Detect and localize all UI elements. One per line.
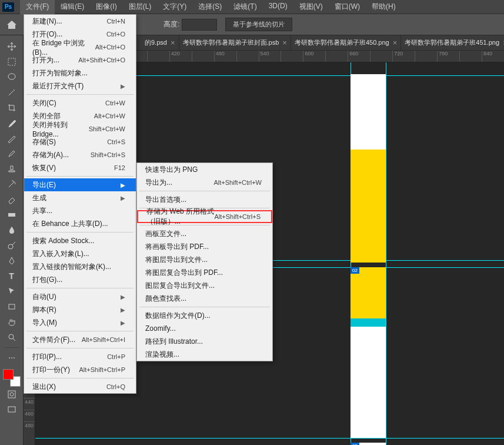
menu-shortcut: Alt+Shift+Ctrl+S — [214, 213, 261, 220]
chevron-right-icon: ▶ — [121, 182, 125, 188]
slice-from-guides-button[interactable]: 基于参考线的切片 — [225, 18, 292, 31]
menu-item[interactable]: 最近打开文件(T)▶ — [24, 79, 136, 92]
menu-item[interactable]: 置入嵌入对象(L)... — [24, 247, 136, 260]
menu-item[interactable]: 存储(S)Ctrl+S — [24, 135, 136, 148]
gradient-tool-icon[interactable] — [4, 208, 20, 222]
menu-item[interactable]: 将图层复合导出到 PDF... — [137, 266, 272, 279]
menu-item[interactable]: 打印(P)...Ctrl+P — [24, 350, 136, 363]
menu-item[interactable]: 存储为(A)...Shift+Ctrl+S — [24, 148, 136, 161]
blur-tool-icon[interactable] — [4, 223, 20, 237]
menubar: Ps 文件(F)编辑(E)图像(I)图层(L)文字(Y)选择(S)滤镜(T)3D… — [0, 0, 504, 14]
chevron-right-icon: ▶ — [121, 320, 125, 326]
edit-toolbar-icon[interactable]: ⋯ — [4, 351, 20, 365]
menu-item[interactable]: 退出(X)Ctrl+Q — [24, 380, 136, 393]
menu-窗口[interactable]: 窗口(W) — [329, 0, 366, 14]
lasso-tool-icon[interactable] — [4, 70, 20, 84]
menu-item-label: 导入(M) — [32, 318, 117, 328]
menu-item[interactable]: 自动(U)▶ — [24, 290, 136, 303]
zoom-tool-icon[interactable] — [4, 330, 20, 344]
menu-item[interactable]: 打开为智能对象... — [24, 67, 136, 79]
menu-item[interactable]: 导入(M)▶ — [24, 316, 136, 329]
menu-item-label: 恢复(V) — [32, 163, 114, 173]
home-icon[interactable] — [6, 19, 18, 31]
document-tab[interactable]: 的9.psd× — [141, 35, 179, 50]
menu-item-label: 最近打开文件(T) — [32, 81, 117, 91]
menu-图像[interactable]: 图像(I) — [90, 0, 122, 14]
dodge-tool-icon[interactable] — [4, 238, 20, 253]
menu-item[interactable]: 将画板导出到 PDF... — [137, 240, 272, 253]
menu-item[interactable]: 关闭并转到 Bridge...Shift+Ctrl+W — [24, 122, 136, 135]
rectangle-tool-icon[interactable] — [4, 300, 20, 314]
menu-滤镜[interactable]: 滤镜(T) — [228, 0, 262, 14]
guide-line[interactable] — [35, 438, 504, 439]
move-tool-icon[interactable] — [4, 39, 20, 54]
menu-编辑[interactable]: 编辑(E) — [55, 0, 90, 14]
foreground-color[interactable] — [3, 369, 14, 380]
marquee-tool-icon[interactable] — [4, 55, 20, 69]
menu-item[interactable]: 导出首选项... — [137, 193, 272, 206]
eyedropper-tool-icon[interactable] — [4, 116, 20, 130]
menu-item[interactable]: 新建(N)...Ctrl+N — [24, 15, 136, 28]
color-swatches[interactable] — [3, 369, 21, 387]
menu-item[interactable]: 画板至文件... — [137, 227, 272, 240]
quickmask-icon[interactable] — [4, 387, 20, 401]
menu-item[interactable]: 存储为 Web 所用格式（旧版）...Alt+Shift+Ctrl+S — [137, 210, 272, 223]
menu-item[interactable]: 文件简介(F)...Alt+Shift+Ctrl+I — [24, 333, 136, 346]
path-select-tool-icon[interactable] — [4, 284, 20, 298]
screen-mode-icon[interactable] — [4, 403, 20, 417]
menu-item[interactable]: 打印一份(Y)Alt+Shift+Ctrl+P — [24, 363, 136, 376]
crop-tool-icon[interactable] — [4, 101, 20, 115]
menu-item[interactable]: 颜色查找表... — [137, 292, 272, 305]
pen-tool-icon[interactable] — [4, 254, 20, 268]
menu-item[interactable]: Zoomify... — [137, 322, 272, 335]
menu-图层[interactable]: 图层(L) — [123, 0, 158, 14]
menu-item[interactable]: 数据组作为文件(D)... — [137, 309, 272, 322]
menu-视图[interactable]: 视图(V) — [293, 0, 329, 14]
document-tab[interactable]: 考研数学郭伟暑期弟子班450.png× — [291, 35, 401, 50]
menu-item[interactable]: 共享... — [24, 204, 136, 217]
guide-line[interactable] — [386, 62, 386, 445]
menu-item[interactable]: 打包(G)... — [24, 273, 136, 286]
type-tool-icon[interactable]: T — [4, 269, 20, 283]
close-icon[interactable]: × — [171, 38, 175, 47]
menu-item[interactable]: 图层复合导出到文件... — [137, 279, 272, 292]
brush-tool-icon[interactable] — [4, 147, 20, 161]
menu-item[interactable]: 在 Behance 上共享(D)... — [24, 217, 136, 230]
menu-item[interactable]: 路径到 Illustrator... — [137, 335, 272, 348]
height-input[interactable] — [182, 19, 217, 31]
document-tab[interactable]: 考研数学郭伟暑期弟子班封面.psb× — [179, 35, 291, 50]
menu-文字[interactable]: 文字(Y) — [157, 0, 192, 14]
menu-item[interactable]: 生成▶ — [24, 191, 136, 204]
menu-3d[interactable]: 3D(D) — [263, 0, 293, 14]
menu-item-label: 在 Bridge 中浏览(B)... — [32, 38, 95, 57]
menu-item[interactable]: 搜索 Adobe Stock... — [24, 234, 136, 247]
menu-选择[interactable]: 选择(S) — [192, 0, 228, 14]
chevron-right-icon: ▶ — [121, 83, 125, 89]
menu-item[interactable]: 脚本(R)▶ — [24, 303, 136, 316]
menu-item-label: 渲染视频... — [145, 350, 262, 360]
stamp-tool-icon[interactable] — [4, 162, 20, 176]
healing-tool-icon[interactable] — [4, 131, 20, 145]
hand-tool-icon[interactable] — [4, 315, 20, 329]
menu-item[interactable]: 快速导出为 PNG — [137, 163, 272, 176]
history-brush-tool-icon[interactable] — [4, 177, 20, 191]
height-label: 高度: — [163, 19, 179, 29]
document-tab[interactable]: 考研数学郭伟暑期弟子班451.png× — [401, 35, 504, 50]
wand-tool-icon[interactable] — [4, 85, 20, 99]
page-thumbnail — [351, 74, 386, 263]
menu-item[interactable]: 将图层导出到文件... — [137, 253, 272, 266]
eraser-tool-icon[interactable] — [4, 192, 20, 207]
menu-item[interactable]: 在 Bridge 中浏览(B)...Alt+Ctrl+O — [24, 41, 136, 54]
menu-item[interactable]: 恢复(V)F12 — [24, 161, 136, 174]
menu-item[interactable]: 置入链接的智能对象(K)... — [24, 260, 136, 273]
close-icon[interactable]: × — [282, 38, 287, 47]
menu-文件[interactable]: 文件(F) — [20, 0, 55, 14]
menu-帮助[interactable]: 帮助(H) — [366, 0, 402, 14]
menu-item[interactable]: 渲染视频... — [137, 348, 272, 361]
menu-item[interactable]: 导出为...Alt+Shift+Ctrl+W — [137, 176, 272, 189]
menu-item[interactable]: 导出(E)▶ — [24, 178, 136, 191]
close-icon[interactable]: × — [393, 38, 398, 47]
menu-item-label: 存储(S) — [32, 137, 107, 147]
menu-item-label: 存储为 Web 所用格式（旧版）... — [146, 207, 214, 227]
menu-item[interactable]: 关闭(C)Ctrl+W — [24, 97, 136, 109]
